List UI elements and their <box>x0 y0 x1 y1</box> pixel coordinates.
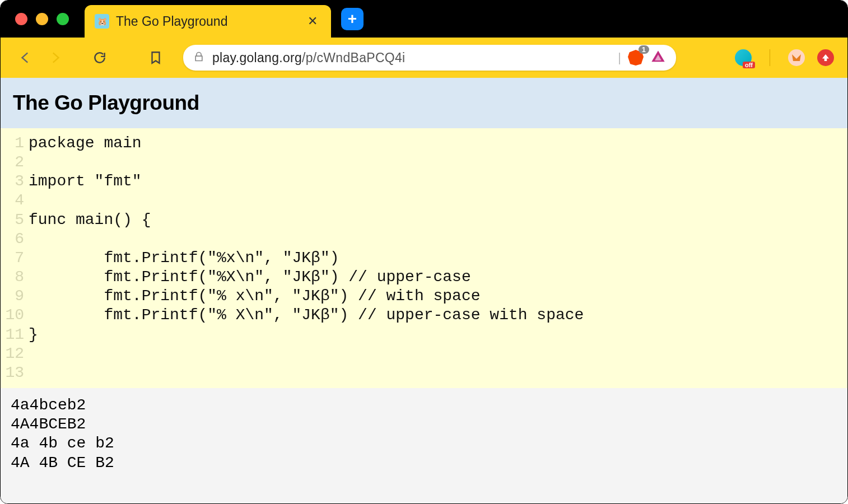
tab-title: The Go Playground <box>116 14 297 29</box>
output-pane: 4a4bceb2 4A4BCEB2 4a 4b ce b2 4A 4B CE B… <box>1 388 847 503</box>
line-number: 7 <box>1 249 29 268</box>
page-header: The Go Playground <box>1 78 847 128</box>
toolbar-right: off <box>735 49 834 66</box>
url-path: /p/cWndBaPCQ4i <box>302 50 405 65</box>
off-badge: off <box>743 62 755 68</box>
url-host: play.golang.org <box>212 50 302 65</box>
up-arrow-icon <box>821 53 831 63</box>
profile-avatar-button[interactable] <box>788 49 805 66</box>
brave-shields-button[interactable]: 1 <box>628 50 644 66</box>
browser-toolbar: play.golang.org/p/cWndBaPCQ4i | 1 off <box>1 38 847 78</box>
code-line[interactable]: 1package main <box>1 134 847 153</box>
back-arrow-icon <box>18 50 33 65</box>
code-line[interactable]: 4 <box>1 191 847 210</box>
window-controls <box>15 13 69 25</box>
forward-arrow-icon <box>48 50 62 65</box>
code-line[interactable]: 5func main() { <box>1 211 847 230</box>
code-text: import "fmt" <box>29 172 142 191</box>
address-bar-right: | 1 <box>618 49 666 67</box>
line-number: 10 <box>1 306 29 325</box>
code-text: fmt.Printf("%X\n", "JKβ") // upper-case <box>29 268 471 287</box>
close-tab-button[interactable]: ✕ <box>304 14 321 29</box>
close-window-button[interactable] <box>15 13 27 25</box>
code-line[interactable]: 8 fmt.Printf("%X\n", "JKβ") // upper-cas… <box>1 268 847 287</box>
page-title: The Go Playground <box>13 91 835 115</box>
extension-1-button[interactable]: off <box>735 49 752 66</box>
browser-window: 🐹 The Go Playground ✕ + play.golan <box>0 0 848 504</box>
line-number: 3 <box>1 172 29 191</box>
browser-tab[interactable]: 🐹 The Go Playground ✕ <box>85 5 331 38</box>
new-tab-button[interactable]: + <box>341 8 364 30</box>
divider <box>770 49 770 66</box>
line-number: 9 <box>1 287 29 306</box>
code-text: fmt.Printf("%x\n", "JKβ") <box>29 249 339 268</box>
code-editor[interactable]: 1package main23import "fmt"45func main()… <box>1 128 847 388</box>
titlebar: 🐹 The Go Playground ✕ + <box>1 1 847 38</box>
line-number: 6 <box>1 230 29 249</box>
code-text: fmt.Printf("% X\n", "JKβ") // upper-case… <box>29 306 584 325</box>
line-number: 1 <box>1 134 29 153</box>
reload-icon <box>92 50 107 65</box>
code-line[interactable]: 2 <box>1 153 847 172</box>
address-bar[interactable]: play.golang.org/p/cWndBaPCQ4i | 1 <box>183 45 676 71</box>
line-number: 4 <box>1 191 29 210</box>
bat-icon[interactable] <box>650 49 666 67</box>
code-line[interactable]: 12 <box>1 344 847 363</box>
brave-badge: 1 <box>639 45 649 54</box>
code-line[interactable]: 11} <box>1 325 847 344</box>
code-text: package main <box>29 134 142 153</box>
code-text: fmt.Printf("% x\n", "JKβ") // with space <box>29 287 481 306</box>
forward-button[interactable] <box>43 46 67 69</box>
update-button[interactable] <box>817 49 834 66</box>
code-line[interactable]: 3import "fmt" <box>1 172 847 191</box>
minimize-window-button[interactable] <box>36 13 48 25</box>
code-line[interactable]: 10 fmt.Printf("% X\n", "JKβ") // upper-c… <box>1 306 847 325</box>
reload-button[interactable] <box>88 46 111 69</box>
fox-avatar-icon <box>790 51 803 64</box>
code-line[interactable]: 7 fmt.Printf("%x\n", "JKβ") <box>1 249 847 268</box>
line-number: 13 <box>1 363 29 382</box>
gopher-favicon-icon: 🐹 <box>95 14 109 29</box>
url-text: play.golang.org/p/cWndBaPCQ4i <box>212 50 406 66</box>
code-line[interactable]: 13 <box>1 363 847 382</box>
lock-icon <box>193 51 204 64</box>
line-number: 5 <box>1 211 29 230</box>
plus-icon: + <box>348 11 357 27</box>
separator: | <box>618 50 621 65</box>
maximize-window-button[interactable] <box>57 13 69 25</box>
line-number: 11 <box>1 325 29 344</box>
bookmark-button[interactable] <box>144 46 167 69</box>
code-text: } <box>29 325 38 344</box>
line-number: 8 <box>1 268 29 287</box>
line-number: 2 <box>1 153 29 172</box>
code-text: func main() { <box>29 211 151 230</box>
code-line[interactable]: 9 fmt.Printf("% x\n", "JKβ") // with spa… <box>1 287 847 306</box>
code-line[interactable]: 6 <box>1 230 847 249</box>
back-button[interactable] <box>14 46 38 69</box>
bookmark-icon <box>148 50 163 65</box>
line-number: 12 <box>1 344 29 363</box>
